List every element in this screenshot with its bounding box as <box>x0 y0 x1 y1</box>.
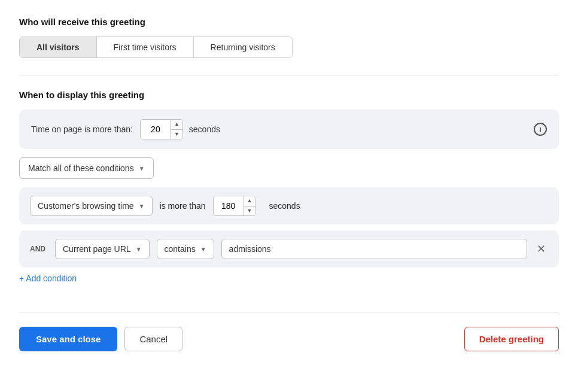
when-section: When to display this greeting Time on pa… <box>19 90 559 300</box>
cancel-button[interactable]: Cancel <box>124 327 182 351</box>
footer-actions: Save and close Cancel Delete greeting <box>19 327 559 351</box>
remove-condition-button[interactable]: ✕ <box>534 244 548 254</box>
save-and-close-button[interactable]: Save and close <box>19 327 117 351</box>
browsing-time-operator-label: is more than <box>160 201 206 211</box>
browsing-time-spinners: ▲ ▼ <box>244 196 255 215</box>
match-conditions-label: Match all of these conditions <box>28 163 134 173</box>
time-on-page-box: Time on page is more than: ▲ ▼ seconds i <box>19 110 559 149</box>
time-on-page-input[interactable] <box>141 120 171 139</box>
section-divider-1 <box>19 75 559 75</box>
match-conditions-chevron: ▼ <box>139 165 145 172</box>
page-url-operator-label: contains <box>165 244 196 254</box>
condition-row-browsing-time: Customer's browsing time ▼ is more than … <box>19 187 559 224</box>
page-url-field-dropdown[interactable]: Current page URL ▼ <box>55 239 150 259</box>
browsing-time-unit: seconds <box>269 201 300 211</box>
time-on-page-increment[interactable]: ▲ <box>171 120 182 130</box>
time-on-page-info-icon[interactable]: i <box>534 123 547 136</box>
and-label: AND <box>30 245 45 253</box>
time-on-page-unit: seconds <box>189 124 220 134</box>
time-on-page-spinners: ▲ ▼ <box>171 120 182 139</box>
who-section-title: Who will receive this greeting <box>19 17 559 27</box>
page-url-value-input[interactable] <box>221 239 527 259</box>
page-url-field-label: Current page URL <box>63 244 131 254</box>
delete-greeting-button[interactable]: Delete greeting <box>464 327 559 351</box>
section-divider-2 <box>19 312 559 312</box>
browsing-time-value-input[interactable] <box>214 196 244 215</box>
browsing-time-increment[interactable]: ▲ <box>244 196 255 206</box>
page-url-operator-chevron: ▼ <box>200 246 206 253</box>
tab-first-time-visitors[interactable]: First time visitors <box>97 37 194 57</box>
when-section-title: When to display this greeting <box>19 90 559 100</box>
add-condition-button[interactable]: + Add condition <box>19 274 77 283</box>
page-url-field-chevron: ▼ <box>136 246 142 253</box>
condition-row-page-url: AND Current page URL ▼ contains ▼ ✕ <box>19 230 559 268</box>
time-on-page-label: Time on page is more than: <box>31 124 133 134</box>
time-on-page-decrement[interactable]: ▼ <box>171 130 182 139</box>
browsing-time-field-label: Customer's browsing time <box>38 201 134 211</box>
tab-all-visitors[interactable]: All visitors <box>20 37 97 57</box>
time-on-page-input-wrap: ▲ ▼ <box>140 119 183 139</box>
tab-returning-visitors[interactable]: Returning visitors <box>194 37 292 57</box>
visitor-tabs: All visitors First time visitors Returni… <box>19 37 293 58</box>
match-conditions-row: Match all of these conditions ▼ <box>19 157 559 179</box>
match-conditions-dropdown[interactable]: Match all of these conditions ▼ <box>19 157 154 179</box>
browsing-time-field-dropdown[interactable]: Customer's browsing time ▼ <box>30 196 153 216</box>
browsing-time-value-wrap: ▲ ▼ <box>213 196 256 216</box>
browsing-time-decrement[interactable]: ▼ <box>244 206 255 216</box>
browsing-time-field-chevron: ▼ <box>139 203 145 209</box>
page-url-operator-dropdown[interactable]: contains ▼ <box>157 239 214 259</box>
